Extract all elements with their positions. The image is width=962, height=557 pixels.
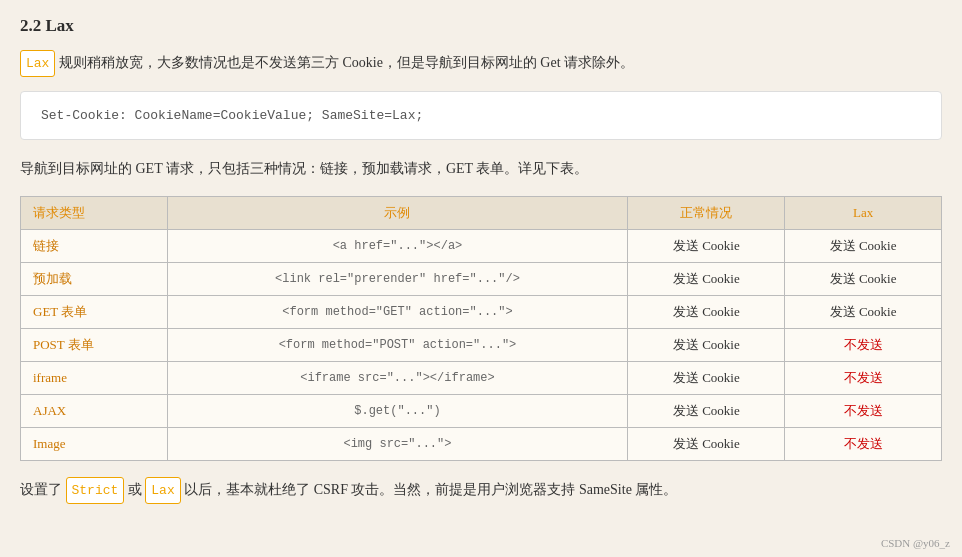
cell-type: Image (21, 427, 168, 460)
cell-example: <a href="..."></a> (167, 229, 628, 262)
cell-type: AJAX (21, 394, 168, 427)
cell-example: <form method="GET" action="..."> (167, 295, 628, 328)
table-header-row: 请求类型 示例 正常情况 Lax (21, 196, 942, 229)
table-row: Image<img src="...">发送 Cookie不发送 (21, 427, 942, 460)
cell-type: GET 表单 (21, 295, 168, 328)
table-row: POST 表单<form method="POST" action="...">… (21, 328, 942, 361)
code-block: Set-Cookie: CookieName=CookieValue; Same… (20, 91, 942, 140)
cell-lax: 发送 Cookie (785, 229, 942, 262)
table-row: 预加载<link rel="prerender" href="..."/>发送 … (21, 262, 942, 295)
cell-type: POST 表单 (21, 328, 168, 361)
cell-example: <iframe src="..."></iframe> (167, 361, 628, 394)
cell-lax: 不发送 (785, 427, 942, 460)
cell-normal: 发送 Cookie (628, 328, 785, 361)
nav-text: 导航到目标网址的 GET 请求，只包括三种情况：链接，预加载请求，GET 表单。… (20, 156, 942, 181)
footer-after: 以后，基本就杜绝了 CSRF 攻击。当然，前提是用户浏览器支持 SameSite… (184, 482, 677, 497)
lax-tag-footer: Lax (145, 477, 180, 504)
cell-normal: 发送 Cookie (628, 427, 785, 460)
footer-before: 设置了 (20, 482, 66, 497)
table-row: 链接<a href="..."></a>发送 Cookie发送 Cookie (21, 229, 942, 262)
cell-type: 链接 (21, 229, 168, 262)
col-header-lax: Lax (785, 196, 942, 229)
strict-tag-footer: Strict (66, 477, 125, 504)
cell-example: <link rel="prerender" href="..."/> (167, 262, 628, 295)
watermark: CSDN @y06_z (881, 537, 950, 549)
table-row: AJAX$.get("...")发送 Cookie不发送 (21, 394, 942, 427)
cell-lax: 不发送 (785, 361, 942, 394)
footer-between: 或 (128, 482, 146, 497)
intro-description: 规则稍稍放宽，大多数情况也是不发送第三方 Cookie，但是导航到目标网址的 G… (59, 55, 634, 70)
intro-text: Lax 规则稍稍放宽，大多数情况也是不发送第三方 Cookie，但是导航到目标网… (20, 50, 942, 77)
code-text: Set-Cookie: CookieName=CookieValue; Same… (41, 108, 423, 123)
cell-normal: 发送 Cookie (628, 361, 785, 394)
table-row: GET 表单<form method="GET" action="...">发送… (21, 295, 942, 328)
footer-text: 设置了 Strict 或 Lax 以后，基本就杜绝了 CSRF 攻击。当然，前提… (20, 477, 942, 504)
cell-lax: 发送 Cookie (785, 262, 942, 295)
lax-tag-intro: Lax (20, 50, 55, 77)
comparison-table: 请求类型 示例 正常情况 Lax 链接<a href="..."></a>发送 … (20, 196, 942, 461)
cell-lax: 发送 Cookie (785, 295, 942, 328)
cell-type: 预加载 (21, 262, 168, 295)
col-header-example: 示例 (167, 196, 628, 229)
cell-normal: 发送 Cookie (628, 229, 785, 262)
cell-example: <form method="POST" action="..."> (167, 328, 628, 361)
cell-normal: 发送 Cookie (628, 262, 785, 295)
cell-lax: 不发送 (785, 328, 942, 361)
cell-normal: 发送 Cookie (628, 394, 785, 427)
section-title: 2.2 Lax (20, 16, 942, 36)
cell-lax: 不发送 (785, 394, 942, 427)
table-row: iframe<iframe src="..."></iframe>发送 Cook… (21, 361, 942, 394)
cell-example: <img src="..."> (167, 427, 628, 460)
col-header-type: 请求类型 (21, 196, 168, 229)
cell-example: $.get("...") (167, 394, 628, 427)
cell-type: iframe (21, 361, 168, 394)
col-header-normal: 正常情况 (628, 196, 785, 229)
cell-normal: 发送 Cookie (628, 295, 785, 328)
